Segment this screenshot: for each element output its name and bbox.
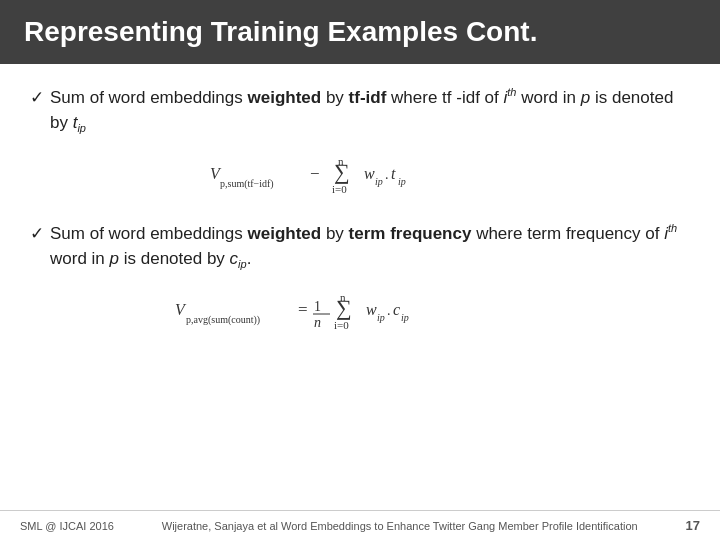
footer-center: Wijeratne, Sanjaya et al Word Embeddings…: [114, 520, 686, 532]
footer-right: 17: [686, 518, 700, 533]
footer-left: SML @ IJCAI 2016: [20, 520, 114, 532]
checkmark-2: ✓: [30, 221, 44, 247]
bullet-text-2: Sum of word embeddings weighted by term …: [50, 220, 690, 273]
svg-text:ip: ip: [401, 312, 409, 323]
svg-text:p,sum(tf−idf): p,sum(tf−idf): [220, 178, 274, 190]
header-title: Representing Training Examples Cont.: [24, 16, 537, 48]
svg-text:−: −: [310, 164, 320, 183]
svg-text:∑: ∑: [336, 295, 352, 320]
content: ✓ Sum of word embeddings weighted by tf-…: [0, 64, 720, 366]
header: Representing Training Examples Cont.: [0, 0, 720, 64]
svg-text:ip: ip: [377, 312, 385, 323]
formula-2: V p,avg(sum(count)) = 1 n n ∑ i=0 w ip .…: [30, 283, 690, 338]
formula-svg-2: V p,avg(sum(count)) = 1 n n ∑ i=0 w ip .…: [170, 283, 550, 338]
bullet-section-1: ✓ Sum of word embeddings weighted by tf-…: [30, 84, 690, 202]
svg-text:w: w: [366, 301, 377, 318]
svg-text:c: c: [393, 301, 400, 318]
svg-text:w: w: [364, 165, 375, 182]
svg-text:p,avg(sum(count)): p,avg(sum(count)): [186, 314, 260, 326]
svg-text:i=0: i=0: [334, 319, 349, 331]
svg-text:ip: ip: [375, 176, 383, 187]
bullet-text-1: Sum of word embeddings weighted by tf-id…: [50, 84, 690, 137]
svg-text:.: .: [385, 167, 389, 182]
svg-text:∑: ∑: [334, 159, 350, 184]
svg-text:i=0: i=0: [332, 183, 347, 195]
bullet-line-2: ✓ Sum of word embeddings weighted by ter…: [30, 220, 690, 273]
svg-text:t: t: [391, 165, 396, 182]
footer: SML @ IJCAI 2016 Wijeratne, Sanjaya et a…: [0, 510, 720, 540]
formula-svg-1: V p,sum(tf−idf) − n ∑ i=0 w ip . t ip: [200, 147, 520, 202]
checkmark-1: ✓: [30, 85, 44, 111]
svg-text:n: n: [314, 315, 321, 330]
bullet-section-2: ✓ Sum of word embeddings weighted by ter…: [30, 220, 690, 338]
svg-text:1: 1: [314, 299, 321, 314]
bullet-line-1: ✓ Sum of word embeddings weighted by tf-…: [30, 84, 690, 137]
svg-text:=: =: [298, 300, 308, 319]
formula-1: V p,sum(tf−idf) − n ∑ i=0 w ip . t ip: [30, 147, 690, 202]
svg-text:ip: ip: [398, 176, 406, 187]
svg-text:.: .: [387, 303, 391, 318]
